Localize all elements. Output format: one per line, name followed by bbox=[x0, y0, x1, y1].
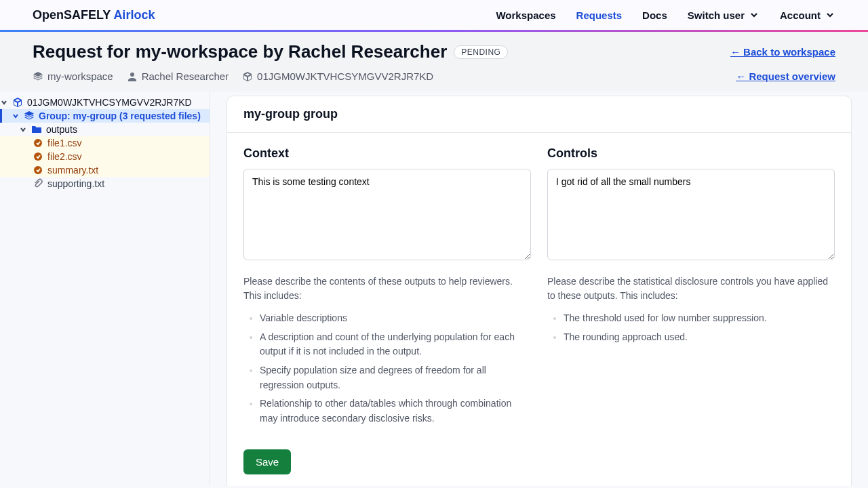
caret-icon bbox=[19, 125, 27, 134]
controls-textarea[interactable] bbox=[547, 169, 835, 260]
nav-account[interactable]: Account bbox=[780, 9, 835, 21]
meta-user-label: Rachel Researcher bbox=[142, 70, 229, 82]
content-area: my-group group Context Please describe t… bbox=[210, 92, 868, 486]
controls-help-item: The rounding approach used. bbox=[564, 330, 835, 345]
status-badge: PENDING bbox=[454, 45, 508, 59]
page-title: Request for my-workspace by Rachel Resea… bbox=[33, 41, 447, 62]
context-help-item: A description and count of the underlyin… bbox=[260, 330, 531, 359]
tree-root-label: 01JGM0WJKTVHCSYMGVV2RJR7KD bbox=[27, 97, 192, 108]
svg-point-0 bbox=[130, 73, 134, 77]
file-output-icon bbox=[33, 151, 43, 162]
tree-file-file1[interactable]: file1.csv bbox=[0, 136, 210, 150]
controls-help-list: The threshold used for low number suppre… bbox=[547, 311, 835, 344]
tree-folder-outputs[interactable]: outputs bbox=[0, 123, 210, 136]
nav-requests[interactable]: Requests bbox=[576, 9, 623, 21]
group-panel: my-group group Context Please describe t… bbox=[226, 96, 852, 486]
layers-icon bbox=[33, 71, 43, 82]
tree-root[interactable]: 01JGM0WJKTVHCSYMGVV2RJR7KD bbox=[0, 96, 210, 109]
nav-docs[interactable]: Docs bbox=[642, 9, 667, 21]
context-help-item: Variable descriptions bbox=[260, 311, 531, 326]
folder-icon bbox=[31, 124, 42, 135]
context-help-item: Specify population size and degrees of f… bbox=[260, 363, 531, 392]
nav-account-label: Account bbox=[780, 9, 821, 21]
controls-heading: Controls bbox=[547, 146, 835, 161]
nav-links: Workspaces Requests Docs Switch user Acc… bbox=[496, 9, 835, 21]
meta-user: Rachel Researcher bbox=[127, 70, 229, 82]
tree-file-label: file2.csv bbox=[47, 151, 82, 162]
tree-file-label: summary.txt bbox=[47, 165, 98, 176]
save-button[interactable]: Save bbox=[243, 449, 291, 474]
nav-workspaces[interactable]: Workspaces bbox=[496, 9, 555, 21]
meta-request-id-label: 01JGM0WJKTVHCSYMGVV2RJR7KD bbox=[257, 70, 433, 82]
cube-icon bbox=[12, 97, 23, 108]
cube-icon bbox=[242, 71, 253, 82]
context-help-list: Variable descriptions A description and … bbox=[243, 311, 531, 426]
context-help-item: Relationship to other data/tables which … bbox=[260, 396, 531, 426]
back-to-workspace-link[interactable]: ← Back to workspace bbox=[730, 46, 835, 58]
caret-icon bbox=[12, 112, 20, 120]
chevron-down-icon bbox=[825, 9, 835, 20]
file-output-icon bbox=[33, 165, 43, 176]
tree-folder-label: outputs bbox=[46, 124, 77, 135]
tree-file-supporting[interactable]: supporting.txt bbox=[0, 177, 210, 190]
logo-main: OpenSAFELY bbox=[33, 8, 111, 22]
sidebar: 01JGM0WJKTVHCSYMGVV2RJR7KD Group: my-gro… bbox=[0, 92, 210, 486]
meta-workspace: my-workspace bbox=[33, 70, 113, 82]
tree-group[interactable]: Group: my-group (3 requested files) bbox=[0, 109, 210, 123]
logo-accent: Airlock bbox=[113, 8, 155, 22]
controls-section: Controls Please describe the statistical… bbox=[547, 146, 835, 474]
svg-point-2 bbox=[34, 152, 42, 161]
context-section: Context Please describe the contents of … bbox=[243, 146, 531, 474]
nav-switch-user[interactable]: Switch user bbox=[688, 9, 760, 21]
meta-request-id: 01JGM0WJKTVHCSYMGVV2RJR7KD bbox=[242, 70, 433, 82]
tree-file-label: supporting.txt bbox=[47, 178, 104, 189]
tree-file-file2[interactable]: file2.csv bbox=[0, 150, 210, 163]
page-title-wrap: Request for my-workspace by Rachel Resea… bbox=[33, 41, 508, 62]
file-output-icon bbox=[33, 138, 43, 148]
controls-help-item: The threshold used for low number suppre… bbox=[564, 311, 835, 326]
chevron-down-icon bbox=[749, 9, 760, 20]
top-nav: OpenSAFELY Airlock Workspaces Requests D… bbox=[0, 0, 868, 30]
svg-point-3 bbox=[34, 166, 42, 174]
meta-workspace-label: my-workspace bbox=[47, 70, 113, 82]
tree-group-label: Group: my-group (3 requested files) bbox=[39, 110, 201, 121]
context-textarea[interactable] bbox=[243, 169, 531, 260]
tree-file-label: file1.csv bbox=[47, 138, 82, 148]
layers-icon bbox=[24, 110, 35, 121]
nav-switch-user-label: Switch user bbox=[688, 9, 745, 21]
user-icon bbox=[127, 71, 138, 82]
page-header: Request for my-workspace by Rachel Resea… bbox=[0, 32, 868, 92]
svg-point-1 bbox=[34, 139, 42, 147]
attachment-icon bbox=[33, 178, 43, 189]
group-heading: my-group group bbox=[227, 96, 851, 133]
caret-icon bbox=[0, 98, 8, 106]
context-heading: Context bbox=[243, 146, 531, 161]
context-help-intro: Please describe the contents of these ou… bbox=[243, 274, 531, 303]
logo[interactable]: OpenSAFELY Airlock bbox=[33, 8, 155, 22]
request-overview-link[interactable]: ← Request overview bbox=[736, 70, 835, 82]
controls-help-intro: Please describe the statistical disclosu… bbox=[547, 274, 835, 303]
tree-file-summary[interactable]: summary.txt bbox=[0, 163, 210, 177]
